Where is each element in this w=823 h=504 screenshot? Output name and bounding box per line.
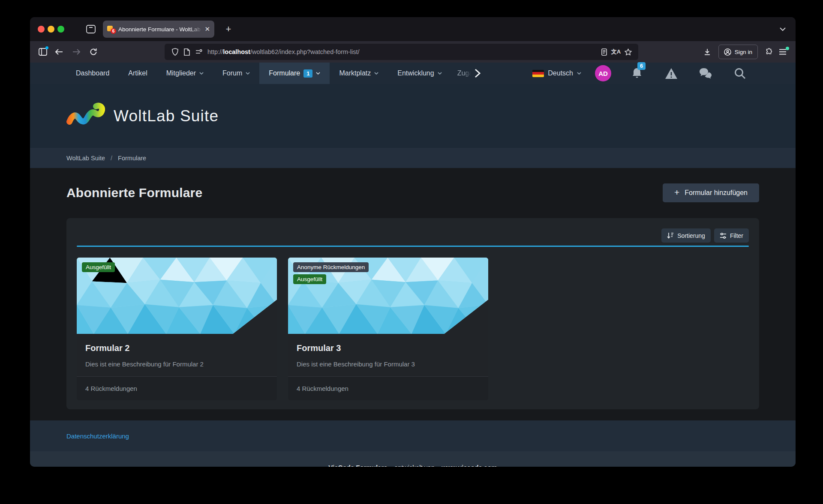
translate-icon[interactable]: 文A — [610, 46, 622, 58]
copyright-middle: entwickelt von — [394, 464, 435, 467]
form-card-title[interactable]: Formular 3 — [297, 343, 480, 353]
chevron-down-icon — [246, 71, 250, 75]
page-info-icon[interactable] — [181, 46, 193, 58]
sort-button[interactable]: Sortierung — [661, 228, 711, 243]
chevron-down-icon — [199, 71, 204, 75]
breadcrumb: WoltLab Suite / Formulare — [30, 148, 796, 168]
permissions-icon[interactable] — [193, 46, 205, 58]
form-card-meta: 4 Rückmeldungen — [77, 377, 277, 400]
nav-item-overflow[interactable]: Zuga — [451, 63, 482, 84]
filter-icon — [720, 233, 727, 239]
main-section: Abonnierte Formulare + Formular hinzufüg… — [30, 168, 796, 420]
sign-in-button[interactable]: Sign in — [718, 45, 758, 59]
woltlab-logo-icon — [66, 102, 105, 130]
shield-icon[interactable] — [169, 46, 181, 58]
footer-copyright: VieCode Formulare entwickelt von www.vie… — [30, 451, 796, 467]
breadcrumb-item-home[interactable]: WoltLab Suite — [66, 155, 105, 162]
form-card[interactable]: Ausgefüllt Formular 2 Dies ist eine Besc… — [77, 258, 277, 400]
desktop-background: 6 Abonnierte Formulare - WoltLab ✕ + — [0, 0, 823, 504]
notification-count-badge: 6 — [637, 62, 646, 70]
url-text[interactable]: http://localhost/woltlab62/index.php?wat… — [207, 48, 598, 55]
form-card-image: Anonyme Rückmeldungen Ausgefüllt — [288, 258, 488, 334]
tab-favicon: 6 — [107, 25, 115, 33]
form-card-meta: 4 Rückmeldungen — [288, 377, 488, 400]
zoom-window-button[interactable] — [57, 26, 64, 33]
downloads-icon[interactable] — [700, 45, 714, 59]
sort-icon — [667, 232, 674, 239]
forms-panel: Sortierung Filter — [66, 218, 759, 409]
filter-button[interactable]: Filter — [714, 228, 749, 243]
site-header: WoltLab Suite — [30, 84, 796, 148]
form-card[interactable]: Anonyme Rückmeldungen Ausgefüllt Formula… — [288, 258, 488, 400]
page-title: Abonnierte Formulare — [66, 186, 202, 200]
reload-icon[interactable] — [87, 45, 100, 59]
bookmark-star-icon[interactable] — [622, 46, 634, 58]
browser-tab[interactable]: 6 Abonnierte Formulare - WoltLab ✕ — [103, 21, 214, 38]
nav-item-entwicklung[interactable]: Entwicklung — [388, 63, 451, 84]
breadcrumb-item-formulare[interactable]: Formulare — [118, 155, 146, 162]
form-card-description: Dies ist eine Beschreibung für Formular … — [297, 360, 480, 368]
close-window-button[interactable] — [38, 26, 45, 33]
tab-list-chevron-icon[interactable] — [779, 27, 786, 31]
site-logo[interactable]: WoltLab Suite — [66, 102, 219, 130]
site-title: WoltLab Suite — [114, 107, 219, 125]
minimize-window-button[interactable] — [48, 26, 54, 33]
nav-item-marktplatz[interactable]: Marktplatz — [330, 63, 388, 84]
sidebar-icon[interactable] — [36, 45, 50, 59]
copyright-product: VieCode Formulare — [328, 464, 387, 467]
search-icon[interactable] — [733, 66, 747, 81]
copyright-site: www.viecode.com — [442, 464, 497, 467]
status-badge: Ausgefüllt — [293, 274, 326, 284]
chevron-down-icon — [438, 71, 442, 75]
chevron-down-icon — [316, 71, 320, 75]
tab-overview-icon[interactable] — [85, 23, 97, 35]
privacy-policy-link[interactable]: Datenschutzerklärung — [66, 432, 129, 440]
chevron-right-icon — [475, 69, 481, 78]
new-tab-button[interactable]: + — [222, 23, 235, 36]
window-controls — [38, 26, 64, 33]
extensions-icon[interactable] — [762, 45, 776, 59]
add-form-button[interactable]: + Formular hinzufügen — [663, 183, 759, 202]
tab-favicon-badge: 6 — [111, 28, 116, 34]
back-icon[interactable] — [52, 45, 66, 59]
anonymous-badge: Anonyme Rückmeldungen — [293, 262, 369, 272]
nav-item-dashboard[interactable]: Dashboard — [66, 63, 119, 84]
language-selector[interactable]: Deutsch — [527, 69, 586, 77]
form-card-title[interactable]: Formular 2 — [85, 343, 268, 353]
page-content: Dashboard Artikel Mitglieder Forum Formu… — [30, 63, 796, 467]
plus-icon: + — [674, 187, 679, 198]
browser-tab-bar: 6 Abonnierte Formulare - WoltLab ✕ + — [30, 17, 796, 41]
nav-item-artikel[interactable]: Artikel — [119, 63, 156, 84]
chevron-down-icon — [374, 71, 378, 75]
nav-badge: 1 — [303, 69, 312, 78]
user-avatar[interactable]: AD — [595, 65, 611, 81]
url-bar[interactable]: http://localhost/woltlab62/index.php?wat… — [165, 44, 638, 60]
form-card-image: Ausgefüllt — [77, 258, 277, 334]
nav-item-formulare[interactable]: Formulare 1 — [259, 63, 330, 84]
form-card-description: Dies ist eine Beschreibung für Formular … — [85, 360, 268, 368]
forward-icon[interactable] — [69, 45, 83, 59]
notifications-bell-icon[interactable]: 6 — [630, 66, 644, 81]
conversations-icon[interactable] — [698, 66, 713, 81]
browser-toolbar: http://localhost/woltlab62/index.php?wat… — [30, 41, 796, 63]
german-flag-icon — [532, 70, 544, 77]
tab-close-icon[interactable]: ✕ — [204, 25, 210, 33]
nav-item-mitglieder[interactable]: Mitglieder — [157, 63, 213, 84]
nav-item-forum[interactable]: Forum — [213, 63, 259, 84]
chevron-down-icon — [577, 71, 581, 75]
menu-icon[interactable] — [776, 45, 790, 59]
active-tab-underline — [77, 246, 749, 247]
main-navigation: Dashboard Artikel Mitglieder Forum Formu… — [30, 63, 796, 84]
reader-view-icon[interactable] — [598, 46, 610, 58]
browser-window: 6 Abonnierte Formulare - WoltLab ✕ + — [30, 17, 796, 467]
tab-title: Abonnierte Formulare - WoltLab — [118, 26, 203, 33]
status-badge: Ausgefüllt — [82, 262, 115, 272]
moderation-warning-icon[interactable] — [664, 66, 679, 81]
footer-links: Datenschutzerklärung — [30, 420, 796, 451]
